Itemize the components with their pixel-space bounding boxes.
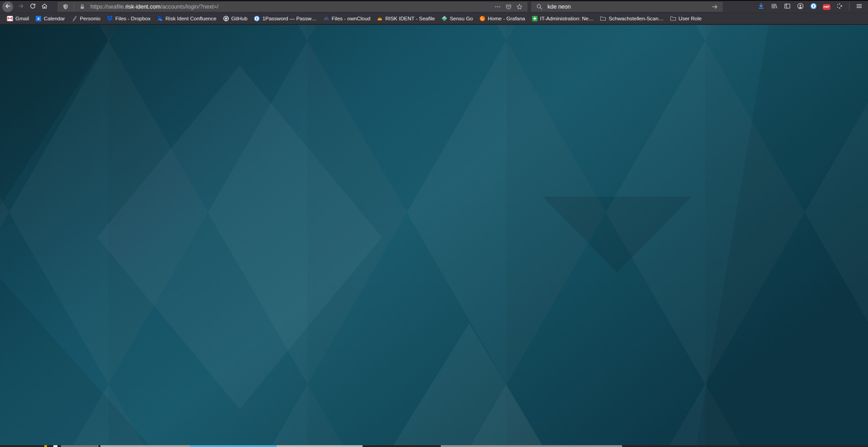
bookmarks-list: Gmail 8 Calendar Personio Files - Dropbo… [4, 14, 705, 23]
geometric-teal-background [0, 25, 868, 445]
bookmark-risk-ident-confluence[interactable]: Risk Ident Confluence [154, 14, 220, 23]
bookmark-personio[interactable]: Personio [68, 14, 104, 23]
back-icon [5, 3, 11, 11]
go-arrow-icon[interactable] [709, 2, 720, 11]
gmail-icon [7, 15, 13, 22]
tracking-shield-icon[interactable] [60, 2, 71, 11]
downloads-button[interactable] [755, 2, 767, 12]
forward-icon [18, 3, 24, 11]
svg-text:8: 8 [38, 17, 40, 21]
owncloud-icon [323, 15, 330, 22]
bookmark-github[interactable]: GitHub [220, 14, 251, 23]
sidebar-button[interactable] [781, 2, 793, 12]
adblock-extension-button[interactable]: ABP [821, 2, 832, 12]
search-input[interactable] [547, 4, 709, 10]
bookmark-risk-ident-seafile[interactable]: RISK IDENT - Seafile [373, 14, 438, 23]
folder-icon [670, 15, 676, 22]
taskbar-sliver [0, 445, 868, 447]
github-icon [223, 15, 229, 22]
search-bar[interactable] [531, 2, 723, 12]
taskbar-sliver-segment [53, 445, 57, 447]
back-button[interactable] [2, 1, 13, 12]
menu-icon [856, 3, 863, 11]
url-prefix: https://seafile. [90, 4, 125, 10]
gcal-icon: 8 [35, 15, 42, 22]
menu-button[interactable] [853, 2, 865, 12]
bookmark-user-role[interactable]: User Role [667, 14, 705, 23]
reload-icon [29, 3, 36, 11]
bookmark-home-grafana[interactable]: Home - Grafana [476, 14, 528, 23]
toolbar-separator [849, 3, 849, 10]
browser-window: https://seafile.risk-ident.com/accounts/… [0, 0, 868, 447]
download-icon [758, 3, 764, 11]
bookmark-star-icon[interactable] [514, 2, 525, 11]
address-bar[interactable]: https://seafile.risk-ident.com/accounts/… [57, 2, 528, 12]
forward-button[interactable] [15, 2, 27, 12]
home-icon [41, 3, 48, 11]
taskbar-sliver-segment [441, 445, 622, 447]
folder-icon [600, 15, 606, 22]
seafile-icon [377, 15, 383, 22]
bookmark-gmail[interactable]: Gmail [4, 14, 32, 23]
extension-dots-icon [836, 3, 843, 11]
taskbar-sliver-segment [277, 445, 363, 447]
page-actions-icon[interactable] [492, 2, 503, 11]
taskbar-sliver-segment [44, 445, 47, 447]
itadmin-icon [532, 15, 538, 22]
taskbar-sliver-segment [61, 445, 99, 447]
library-icon [771, 3, 778, 11]
bookmark-files-dropbox[interactable]: Files - Dropbox [104, 14, 154, 23]
urlbar-divider [74, 4, 74, 10]
confluence-icon [157, 15, 163, 22]
onepassword-icon [254, 15, 260, 22]
account-button[interactable] [794, 2, 806, 12]
extension-dots-button[interactable] [834, 2, 845, 12]
taskbar-sliver-segment [100, 445, 190, 447]
onepassword-extension-button[interactable] [807, 2, 819, 12]
url-path: /accounts/login/?next=/ [160, 4, 218, 10]
home-button[interactable] [38, 2, 50, 12]
page-content-seafile-background [0, 25, 868, 445]
bookmark-it-administration-ne[interactable]: IT-Administration: Ne… [528, 14, 597, 23]
grafana-icon [479, 15, 486, 22]
taskbar-sliver-segment [190, 445, 277, 447]
bookmark-schwachstellen-scan[interactable]: Schwachstellen-Scan… [597, 14, 666, 23]
search-icon [534, 2, 545, 11]
account-icon [797, 3, 804, 11]
lock-icon[interactable] [77, 2, 88, 11]
reload-button[interactable] [27, 2, 38, 12]
bookmark-files-owncloud[interactable]: Files - ownCloud [320, 14, 374, 23]
bookmarks-bar: Gmail 8 Calendar Personio Files - Dropbo… [0, 13, 868, 24]
sidebar-icon [784, 3, 791, 11]
adblock-icon: ABP [823, 4, 830, 10]
bookmark-1password-passw[interactable]: 1Password — Passw… [250, 14, 320, 23]
dropbox-icon [107, 15, 113, 22]
personio-icon [71, 15, 78, 22]
pocket-icon[interactable] [503, 2, 514, 11]
library-button[interactable] [768, 2, 780, 12]
sensu-icon [441, 15, 448, 22]
bookmark-sensu-go[interactable]: Sensu Go [438, 14, 476, 23]
onepassword-icon [810, 3, 817, 11]
bookmark-calendar[interactable]: 8 Calendar [32, 14, 68, 23]
url-text: https://seafile.risk-ident.com/accounts/… [90, 4, 492, 10]
toolbar-right-icons: ABP [755, 2, 865, 12]
url-domain: risk-ident.com [125, 4, 160, 10]
navigation-toolbar: https://seafile.risk-ident.com/accounts/… [0, 1, 868, 13]
